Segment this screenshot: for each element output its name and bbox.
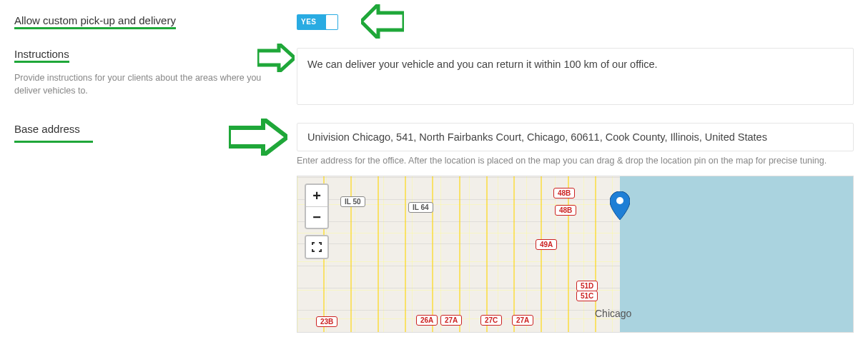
- route-shield: IL 50: [340, 196, 365, 207]
- map[interactable]: IL 50 IL 64 48B 48B 49A 51D 51C 23B 26A …: [297, 176, 854, 333]
- route-shield: 51D: [576, 281, 598, 291]
- route-shield: 48B: [553, 188, 575, 198]
- route-shield: 27C: [480, 315, 502, 326]
- route-shield: IL 64: [408, 202, 433, 213]
- instructions-helper: Provide instructions for your clients ab…: [14, 71, 282, 97]
- map-location-pin[interactable]: [610, 191, 630, 220]
- route-shield: 23B: [316, 316, 337, 327]
- route-shield: 51C: [576, 291, 598, 301]
- allow-custom-label: Allow custom pick-up and delivery: [14, 14, 176, 29]
- route-shield: 27A: [512, 315, 533, 326]
- arrow-right-annotation-2: [229, 119, 287, 156]
- toggle-knob: [326, 15, 337, 29]
- map-water: [620, 176, 853, 332]
- allow-custom-toggle[interactable]: YES: [297, 14, 338, 30]
- route-shield: 48B: [555, 205, 576, 216]
- route-shield: 49A: [536, 239, 557, 250]
- map-zoom-out-button[interactable]: −: [306, 206, 327, 228]
- toggle-yes-text: YES: [301, 14, 317, 30]
- arrow-left-annotation: [361, 4, 404, 39]
- base-address-helper: Enter address for the office. After the …: [297, 156, 854, 166]
- base-address-underline: [14, 141, 93, 143]
- map-zoom-in-button[interactable]: +: [306, 185, 327, 206]
- base-address-input[interactable]: [297, 123, 854, 151]
- svg-point-0: [616, 197, 623, 204]
- instructions-textarea[interactable]: [297, 48, 854, 105]
- base-address-label: Base address: [14, 123, 80, 135]
- instructions-label: Instructions: [14, 48, 69, 63]
- map-city-label: Chicago: [595, 308, 631, 319]
- arrow-right-annotation-1: [257, 44, 295, 72]
- fullscreen-icon: [312, 242, 322, 252]
- route-shield: 26A: [416, 315, 438, 326]
- route-shield: 27A: [440, 315, 462, 326]
- map-fullscreen-button[interactable]: [306, 236, 327, 258]
